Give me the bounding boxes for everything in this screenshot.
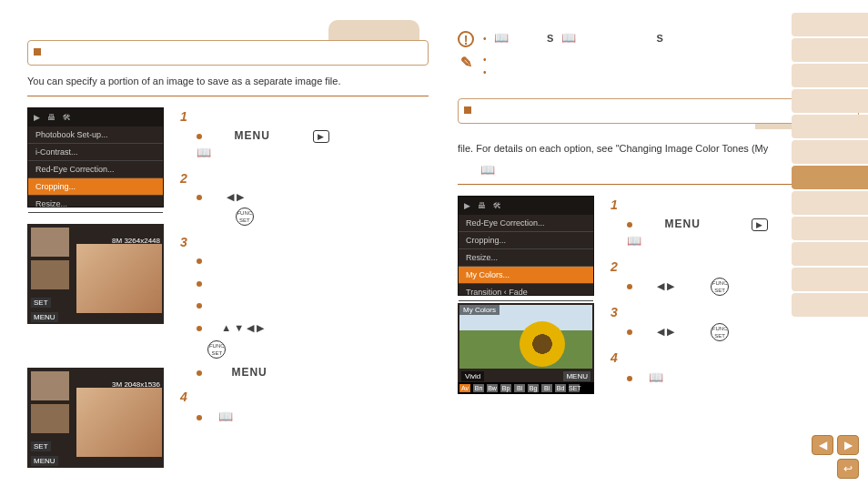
resolution-label: 3M 2048x1536	[112, 380, 160, 389]
section-tab-left	[328, 20, 419, 40]
step-3-heading: 3	[180, 235, 429, 249]
menu-item: Red-Eye Correction...	[459, 215, 593, 232]
step-number: 2	[180, 171, 187, 186]
color-chip: Av	[459, 384, 470, 392]
sidebar-item[interactable]	[792, 242, 868, 266]
sidebar-item[interactable]	[792, 140, 868, 164]
warning-note-line-1: 📖 S 📖 S	[483, 31, 663, 45]
step-4-bullet: 📖	[627, 369, 859, 387]
menu-item: Resize...	[28, 196, 163, 213]
prev-page-button[interactable]: ◀	[812, 435, 833, 455]
sidebar-item[interactable]	[792, 38, 868, 62]
tab-tools-icon: 🛠	[493, 201, 501, 210]
resolution-label: 8M 3264x2448	[112, 237, 160, 245]
menu-item: Cropping...	[459, 232, 593, 249]
func-set-button-icon: FUNCSET	[711, 323, 729, 341]
menu-item-selected: My Colors...	[459, 267, 593, 284]
menu-label-small: MENU	[563, 371, 590, 381]
down-arrow-icon: ▼	[234, 322, 244, 333]
color-chip: Bn	[473, 384, 484, 392]
step-1-heading: 1	[180, 109, 429, 124]
step-1-bullet: MENU ▶	[197, 127, 429, 144]
tab-print-icon: 🖶	[47, 113, 56, 122]
next-page-button[interactable]: ▶	[837, 435, 859, 455]
sidebar-item[interactable]	[792, 64, 868, 87]
sidebar-index	[792, 13, 868, 317]
step-number: 4	[180, 390, 187, 404]
crop-preview-screenshot-2: 3M 2048x1536 SET MENU	[27, 368, 164, 468]
color-chip: Bw	[487, 384, 498, 392]
left-arrow-icon: ◀	[247, 322, 254, 333]
sidebar-item[interactable]	[792, 191, 868, 215]
menu-button-label: MENU	[231, 366, 267, 379]
pencil-note-line-1	[483, 55, 494, 65]
step-1-ref: 📖	[197, 144, 429, 162]
func-set-button-icon: FUNCSET	[207, 340, 226, 359]
mycolors-preview-screenshot: My Colors Vivid MENU Av Bn Bw Bp Bl Bg B…	[458, 303, 594, 394]
step-3-bullet-c	[197, 298, 429, 313]
step-3-bullet-e: MENU	[197, 364, 429, 380]
menu-label: MENU	[31, 456, 58, 466]
menu-button-label: MENU	[235, 129, 270, 142]
func-set-button-icon: FUNCSET	[236, 208, 254, 226]
step-4-heading: 4	[611, 350, 859, 365]
divider	[27, 96, 429, 96]
set-label: SET	[31, 298, 51, 308]
right-arrow-icon: ▶	[237, 191, 244, 202]
book-icon: 📖	[627, 234, 641, 248]
step-4-heading: 4	[180, 390, 429, 404]
color-chip: Bg	[528, 384, 539, 392]
right-arrow-icon: ▶	[667, 280, 674, 291]
step-number: 2	[611, 259, 618, 274]
right-arrow-icon: ▶	[667, 326, 674, 337]
crop-preview-screenshot-1: 8M 3264x2448 SET MENU	[27, 224, 164, 324]
menu-label: MENU	[31, 312, 58, 322]
sidebar-item-active[interactable]	[792, 166, 868, 189]
tab-play-icon: ▶	[34, 113, 40, 122]
menu-item-selected: Cropping...	[28, 178, 163, 196]
book-icon: 📖	[218, 410, 233, 423]
sidebar-item[interactable]	[792, 115, 868, 138]
pencil-note-line-2	[483, 67, 494, 77]
menu-item: Transition ‹ Fade	[459, 284, 593, 301]
warning-icon: !	[458, 31, 474, 47]
step-4-bullet: 📖	[197, 408, 429, 426]
color-chip: Bd	[555, 384, 566, 392]
menu-item: Resize...	[459, 249, 593, 267]
step-number: 3	[180, 235, 187, 249]
color-chip: Bl	[514, 384, 525, 392]
sidebar-item[interactable]	[792, 217, 868, 240]
tab-print-icon: 🖶	[478, 201, 486, 210]
color-chip: Bp	[500, 384, 511, 392]
tab-play-icon: ▶	[464, 201, 470, 210]
step-3-bullet: ◀ ▶ FUNCSET	[627, 323, 859, 341]
step-number: 1	[180, 109, 187, 124]
play-mode-icon: ▶	[752, 218, 768, 231]
left-arrow-icon: ◀	[657, 326, 664, 337]
sidebar-item[interactable]	[792, 13, 868, 36]
func-set-button-icon: FUNCSET	[711, 278, 729, 296]
sidebar-item[interactable]	[792, 268, 868, 291]
return-button[interactable]: ↩	[837, 459, 859, 479]
sidebar-item[interactable]	[792, 89, 868, 113]
section-heading-cropping	[27, 40, 429, 66]
menu-item: i-Contrast...	[28, 144, 163, 161]
play-mode-icon: ▶	[313, 130, 329, 143]
step-number: 3	[611, 305, 618, 319]
right-arrow-icon: ▶	[257, 322, 264, 333]
step-number: 4	[611, 350, 618, 365]
book-icon: 📖	[197, 146, 211, 159]
book-icon: 📖	[480, 163, 495, 177]
set-chip: SET	[569, 384, 580, 392]
vivid-label: Vivid	[461, 371, 484, 381]
sidebar-item[interactable]	[792, 293, 868, 317]
step-3-bullet-d: ▲ ▼ ◀ ▶	[197, 320, 429, 336]
step-3-bullet-b	[197, 276, 429, 291]
camera-menu-screenshot-cropping: ▶ 🖶 🛠 Photobook Set-up... i-Contrast... …	[27, 107, 164, 208]
cropping-intro: You can specify a portion of an image to…	[27, 75, 429, 88]
left-arrow-icon: ◀	[227, 191, 234, 202]
step-3-bullet-a	[197, 253, 429, 268]
tab-tools-icon: 🛠	[63, 113, 71, 122]
camera-menu-screenshot-mycolors: ▶ 🖶 🛠 Red-Eye Correction... Cropping... …	[458, 196, 594, 296]
s-size-label: S	[547, 33, 553, 44]
